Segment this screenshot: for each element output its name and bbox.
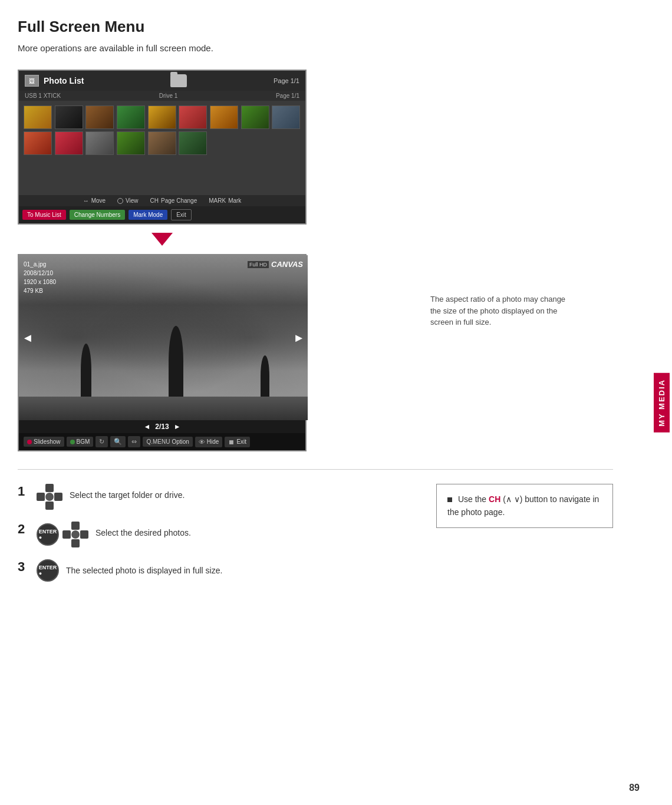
arrow-down-container	[18, 225, 307, 254]
steps-right: Use the CH (∧ ∨) button to navigate in t…	[436, 484, 613, 593]
page-label: Page 1/1	[276, 93, 299, 99]
tip-bullet-icon	[447, 497, 452, 502]
page-title: Full Screen Menu	[18, 18, 613, 36]
change-numbers-button[interactable]: Change Numbers	[70, 210, 125, 220]
tree-area	[19, 326, 308, 397]
thumbnail-7[interactable]	[210, 105, 238, 129]
thumbnail-3[interactable]	[85, 105, 114, 129]
step-1: 1 Select the target folder or drive.	[18, 484, 413, 510]
dpad-down-2	[71, 539, 80, 547]
fullhd-label: Full HD	[248, 261, 269, 268]
dpad-left	[37, 493, 45, 501]
step-1-icon	[37, 484, 62, 510]
bgm-button[interactable]: BGM	[67, 437, 94, 447]
step-2-icon: ENTER●	[37, 522, 88, 547]
fs-page-indicator: 2/13	[155, 423, 169, 431]
thumbnail-5[interactable]	[148, 105, 176, 129]
file-date: 2008/12/10	[24, 269, 56, 278]
to-music-list-button[interactable]: To Music List	[22, 210, 66, 220]
move-hint: ↔ Move	[83, 197, 106, 204]
fs-left-arrow-button[interactable]: ◄	[22, 331, 34, 345]
thumbnail-8[interactable]	[241, 105, 269, 129]
hide-button[interactable]: 👁 Hide	[195, 437, 223, 447]
right-sidebar: MY MEDIA	[651, 0, 672, 805]
dpad-left-2	[62, 530, 71, 539]
thumbnail-6[interactable]	[179, 105, 207, 129]
step-3-text: The selected photo is displayed in full …	[66, 559, 222, 577]
thumbnail-1[interactable]	[24, 105, 52, 129]
thumbnail-grid	[19, 101, 305, 160]
dpad-down	[45, 502, 54, 510]
thumbnail-10[interactable]	[24, 131, 52, 155]
fullscreen-image-area: 01_a.jpg 2008/12/10 1920 x 1080 479 KB F…	[19, 255, 308, 420]
canvas-brand: CANVAS	[271, 260, 303, 269]
step-3-enter-icon: ENTER●	[37, 559, 59, 582]
thumbnail-12[interactable]	[85, 131, 114, 155]
photo-list-controls-bar: ↔ Move View CH Page Change MARK Mark	[19, 195, 305, 206]
mark-icon: MARK	[209, 197, 226, 204]
usb-label: USB 1 XTICK	[25, 93, 61, 99]
search-icon: 🔍	[114, 438, 122, 446]
step-3: 3 ENTER● The selected photo is displayed…	[18, 559, 413, 582]
fullscreen-mockup: 01_a.jpg 2008/12/10 1920 x 1080 479 KB F…	[18, 254, 307, 451]
dpad-right-2	[80, 530, 88, 539]
mark-mode-button[interactable]: Mark Mode	[129, 210, 167, 220]
view-hint: View	[117, 197, 139, 204]
mark-hint: MARK Mark	[209, 197, 241, 204]
qmenu-icon: Q.MENU	[146, 438, 170, 445]
folder-icon	[170, 74, 187, 87]
dpad-center-2	[71, 530, 80, 539]
thumbnail-11[interactable]	[55, 131, 83, 155]
move-icon: ↔	[83, 197, 89, 204]
thumbnail-13[interactable]	[117, 131, 145, 155]
photo-list-icon: 🖼	[25, 75, 39, 87]
step-3-icon: ENTER●	[37, 559, 59, 582]
mockups-column: 🖼 Photo List Page 1/1 USB 1 XTICK Drive …	[18, 70, 307, 451]
photo-list-title-area: 🖼 Photo List	[25, 75, 84, 87]
dpad-right	[54, 493, 62, 501]
file-resolution: 1920 x 1080	[24, 278, 56, 286]
bgm-dot-icon	[70, 440, 75, 444]
fs-prev-nav-button[interactable]: ◄	[143, 423, 150, 431]
photo-list-buttons-bar: To Music List Change Numbers Mark Mode E…	[19, 206, 305, 223]
exit-button-photo-list[interactable]: Exit	[171, 209, 192, 220]
slideshow-dot-icon	[27, 440, 32, 444]
hide-icon: 👁	[199, 438, 205, 446]
empty-grid-area	[19, 160, 305, 195]
my-media-label: MY MEDIA	[654, 373, 670, 433]
page-info-top: Page 1/1	[274, 77, 299, 84]
search-button[interactable]: 🔍	[110, 436, 126, 447]
ch-icon: CH	[150, 197, 159, 204]
thumbnail-9[interactable]	[272, 105, 300, 129]
view-circle-icon	[117, 198, 123, 204]
tip-ch-label: CH	[489, 494, 500, 504]
fs-next-nav-button[interactable]: ►	[174, 423, 181, 431]
slideshow-button[interactable]: Slideshow	[24, 437, 64, 447]
exit-button-fs[interactable]: ⏹ Exit	[225, 437, 250, 447]
step-2-dpad-icon	[62, 522, 88, 547]
tree-2	[169, 326, 183, 397]
repeat-button[interactable]: ↻	[95, 436, 108, 447]
step-2-text: Select the desired photos.	[95, 522, 191, 539]
drive-label: Drive 1	[159, 93, 178, 99]
step-1-number: 1	[18, 484, 29, 499]
brand-area: Full HD CANVAS	[248, 260, 303, 269]
fs-nav-bar: ◄ 2/13 ►	[19, 420, 305, 433]
photo-list-header: 🖼 Photo List Page 1/1	[19, 71, 305, 91]
thumbnail-2[interactable]	[55, 105, 83, 129]
fs-right-arrow-button[interactable]: ►	[293, 331, 305, 345]
step-2-enter-icon: ENTER●	[37, 523, 59, 546]
ratio-button[interactable]: ⇔	[128, 436, 140, 447]
page-change-hint: CH Page Change	[150, 197, 197, 204]
option-button[interactable]: Q.MENU Option	[143, 437, 192, 447]
dpad-up-2	[71, 522, 80, 530]
dpad-up	[45, 484, 54, 492]
thumbnail-4[interactable]	[117, 105, 145, 129]
step-2-number: 2	[18, 522, 29, 537]
thumbnail-15[interactable]	[179, 131, 207, 155]
ratio-icon: ⇔	[131, 438, 137, 446]
step-3-number: 3	[18, 559, 29, 575]
page-subtitle: More operations are available in full sc…	[18, 43, 613, 53]
photo-list-mockup: 🖼 Photo List Page 1/1 USB 1 XTICK Drive …	[18, 70, 307, 225]
thumbnail-14[interactable]	[148, 131, 176, 155]
